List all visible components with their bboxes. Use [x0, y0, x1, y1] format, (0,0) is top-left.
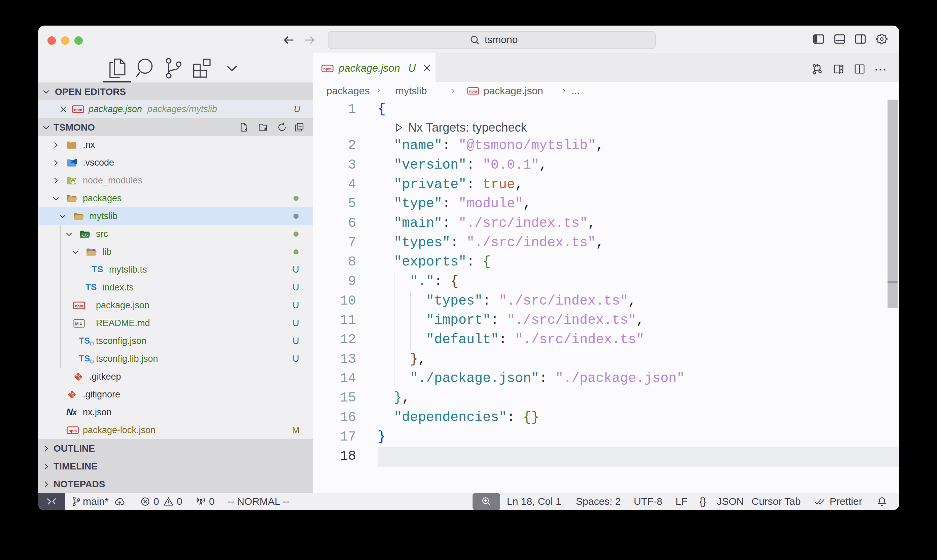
svg-text:M: M	[75, 322, 79, 326]
svg-text:npm: npm	[323, 67, 332, 71]
svg-text:</>: </>	[82, 234, 88, 238]
svg-text:npm: npm	[469, 89, 477, 93]
svg-text:npm: npm	[75, 304, 83, 308]
svg-text:npm: npm	[69, 429, 77, 433]
svg-text:JS: JS	[71, 180, 75, 183]
svg-text:npm: npm	[74, 108, 82, 112]
